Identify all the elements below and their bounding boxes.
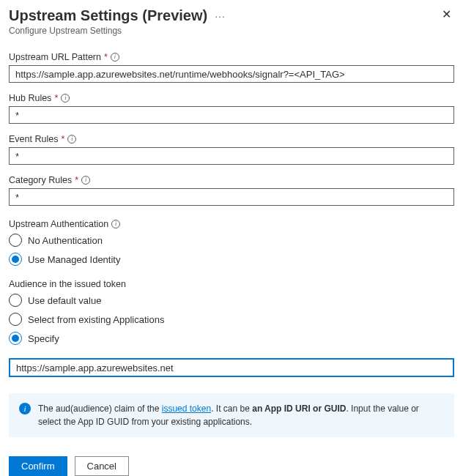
info-icon[interactable]: i bbox=[81, 176, 90, 185]
info-icon[interactable]: i bbox=[67, 135, 76, 144]
specify-audience-input[interactable] bbox=[9, 358, 454, 377]
radio-default-value[interactable]: Use default value bbox=[9, 294, 454, 307]
info-icon[interactable]: i bbox=[111, 53, 119, 62]
radio-icon bbox=[9, 313, 22, 326]
required-marker: * bbox=[54, 93, 58, 103]
page-title: Upstream Settings (Preview) bbox=[9, 7, 207, 24]
more-icon[interactable]: ··· bbox=[215, 10, 226, 22]
hub-rules-label: Hub Rules bbox=[9, 93, 51, 103]
event-rules-label: Event Rules bbox=[9, 134, 58, 144]
radio-icon bbox=[9, 253, 22, 266]
auth-section-label: Upstream Authentication bbox=[9, 219, 108, 229]
category-rules-input[interactable] bbox=[9, 188, 454, 206]
radio-no-auth[interactable]: No Authentication bbox=[9, 234, 454, 247]
field-event-rules: Event Rules * i bbox=[9, 134, 454, 165]
radio-label: Use Managed Identity bbox=[28, 254, 120, 265]
radio-specify[interactable]: Specify bbox=[9, 332, 454, 345]
info-icon[interactable]: i bbox=[61, 94, 70, 103]
radio-icon bbox=[9, 294, 22, 307]
category-rules-label: Category Rules bbox=[9, 175, 72, 185]
info-banner: i The aud(audience) claim of the issued … bbox=[9, 393, 454, 437]
info-icon: i bbox=[19, 403, 31, 414]
field-category-rules: Category Rules * i bbox=[9, 175, 454, 206]
field-url-pattern: Upstream URL Pattern * i bbox=[9, 52, 454, 83]
confirm-button[interactable]: Confirm bbox=[9, 456, 67, 476]
info-icon[interactable]: i bbox=[111, 220, 120, 228]
page-subtitle: Configure Upstream Settings bbox=[9, 26, 454, 36]
banner-text: The aud(audience) claim of the issued to… bbox=[38, 402, 444, 428]
event-rules-input[interactable] bbox=[9, 147, 454, 165]
radio-icon bbox=[9, 234, 22, 247]
field-specify-audience bbox=[9, 358, 454, 377]
required-marker: * bbox=[75, 175, 78, 185]
radio-label: No Authentication bbox=[28, 235, 103, 246]
radio-managed-identity[interactable]: Use Managed Identity bbox=[9, 253, 454, 266]
field-hub-rules: Hub Rules * i bbox=[9, 93, 454, 124]
audience-section-label: Audience in the issued token bbox=[9, 279, 126, 289]
issued-token-link[interactable]: issued token bbox=[162, 404, 211, 414]
hub-rules-input[interactable] bbox=[9, 106, 454, 124]
close-icon[interactable]: ✕ bbox=[439, 7, 454, 22]
radio-label: Use default value bbox=[28, 295, 101, 306]
url-pattern-input[interactable] bbox=[9, 65, 454, 83]
audience-radio-group: Use default value Select from existing A… bbox=[9, 294, 454, 345]
radio-label: Specify bbox=[28, 333, 59, 344]
required-marker: * bbox=[104, 52, 108, 62]
cancel-button[interactable]: Cancel bbox=[75, 456, 129, 476]
radio-label: Select from existing Applications bbox=[28, 314, 164, 325]
url-pattern-label: Upstream URL Pattern bbox=[9, 52, 101, 62]
required-marker: * bbox=[61, 134, 64, 144]
radio-existing-apps[interactable]: Select from existing Applications bbox=[9, 313, 454, 326]
auth-radio-group: No Authentication Use Managed Identity bbox=[9, 234, 454, 266]
radio-icon bbox=[9, 332, 22, 345]
